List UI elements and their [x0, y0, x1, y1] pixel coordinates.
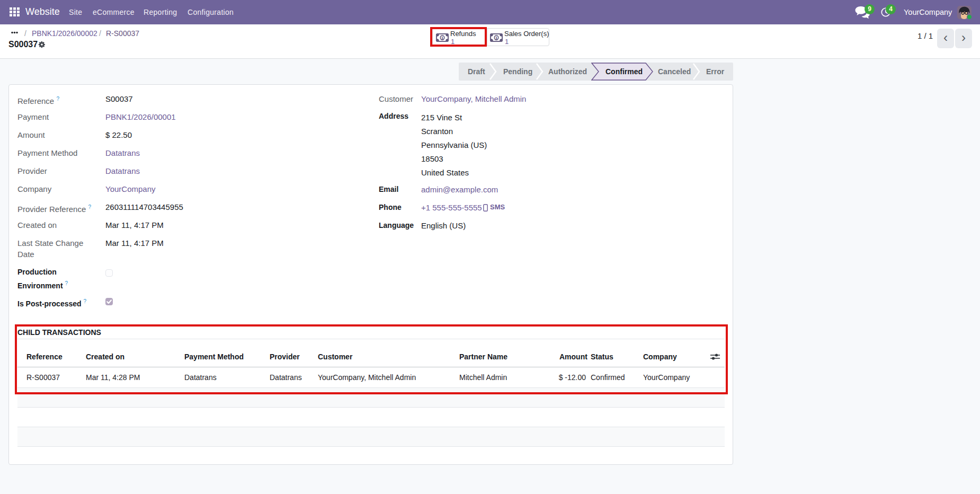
- svg-text:Confirmed: Confirmed: [605, 67, 643, 76]
- svg-text:1: 1: [495, 36, 498, 40]
